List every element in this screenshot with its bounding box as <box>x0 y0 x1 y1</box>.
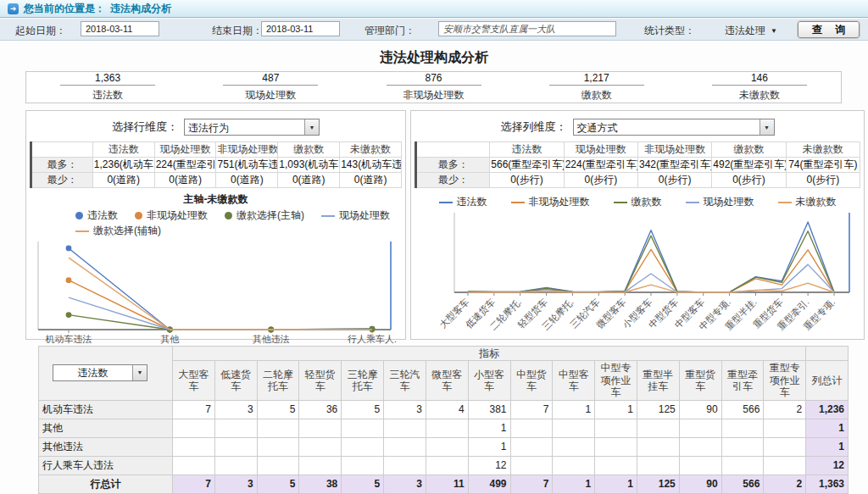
cell <box>214 456 257 475</box>
summary-cell: 1,236(机动车 <box>92 158 154 173</box>
cell <box>426 437 468 456</box>
chevron-down-icon: ▼ <box>304 119 319 135</box>
cell: 12 <box>806 456 849 475</box>
total-cell: 3 <box>384 475 426 493</box>
stat-item: 1,363 违法数 <box>26 72 189 103</box>
end-date-input[interactable] <box>261 21 340 36</box>
crosstab-table: 违法数 ▼ 指标 大型客车低速货车二轮摩托车轻型货车三轮摩托车三轮汽车微型客车小… <box>38 346 849 494</box>
cell <box>257 419 299 437</box>
cell: 2 <box>764 400 806 419</box>
column-header: 重型半挂车 <box>637 361 679 400</box>
group-header: 指标 <box>173 347 806 361</box>
column-header: 大型客车 <box>173 361 215 400</box>
summary-header: 未缴款数 <box>340 142 402 158</box>
cell <box>764 456 806 475</box>
summary-header <box>416 142 490 158</box>
cell: 7 <box>173 400 215 419</box>
cell <box>721 456 764 475</box>
cell: 5 <box>342 400 384 419</box>
query-button[interactable]: 查 询 <box>798 21 860 38</box>
cell: 566 <box>721 400 764 419</box>
chevron-down-icon: ▼ <box>771 27 777 35</box>
summary-cell: 492(重型牵引车) <box>712 158 786 173</box>
legend-item: 现场处理数 <box>686 195 754 209</box>
cell: 125 <box>637 400 679 419</box>
stat-type-label: 统计类型： <box>644 24 695 38</box>
start-date-input[interactable] <box>81 21 159 36</box>
stat-type-value: 违法处理 <box>725 24 765 38</box>
group-header-spacer <box>806 347 849 361</box>
legend-item: 违法数 <box>439 195 487 209</box>
summary-header: 非现场处理数 <box>637 142 711 158</box>
legend-label: 缴款选择(主轴) <box>236 208 304 223</box>
cell <box>214 419 257 437</box>
column-dimension-summary-table: 违法数现场处理数非现场处理数缴款数未缴款数 最多： 566(重型牵引车)224(… <box>415 142 860 188</box>
summary-cell: 0(步行) <box>786 173 860 188</box>
summary-header: 非现场处理数 <box>216 142 278 158</box>
column-header: 微型客车 <box>426 361 468 400</box>
stat-label: 缴款数 <box>581 88 612 103</box>
total-row: 行总计 7353853114997111259056621,363 <box>39 475 849 493</box>
column-header: 中型客车 <box>553 361 595 400</box>
legend-item: 未缴款数 <box>778 195 837 209</box>
column-header: 三轮汽车 <box>384 361 426 400</box>
legend-line-icon <box>778 202 792 203</box>
column-header: 小型客车 <box>468 361 510 400</box>
total-cell: 7 <box>173 475 215 493</box>
svg-text:行人乘车人.: 行人乘车人. <box>347 334 396 344</box>
cell <box>553 419 595 437</box>
column-dimension-select[interactable]: 交通方式 ▼ <box>573 119 775 136</box>
left-chart-title: 主轴-未缴款数 <box>26 192 405 207</box>
summary-cell: 0(道路) <box>92 173 154 188</box>
metric-select[interactable]: 违法数 ▼ <box>53 364 147 381</box>
cell: 3 <box>384 400 426 419</box>
start-date-label: 起始日期： <box>15 24 66 38</box>
legend-line-icon <box>439 202 453 203</box>
row-dimension-summary-table: 违法数现场处理数非现场处理数缴款数未缴款数 最多： 1,236(机动车224(重… <box>30 142 402 188</box>
cell <box>384 437 426 456</box>
row-label: 机动车违法 <box>39 400 173 419</box>
total-cell: 1 <box>553 475 595 493</box>
cell <box>342 419 384 437</box>
stat-type-dropdown[interactable]: 违法处理 ▼ <box>725 24 777 38</box>
breadcrumb: ➜ 您当前的位置是： 违法构成分析 <box>0 0 868 18</box>
cell <box>426 456 468 475</box>
cell <box>384 419 426 437</box>
stat-value: 1,217 <box>549 72 644 86</box>
legend-label: 缴款选择(辅轴) <box>93 224 161 238</box>
cell <box>764 437 806 456</box>
cell: 36 <box>299 400 342 419</box>
summary-cell: 0(道路) <box>154 173 216 188</box>
summary-header: 未缴款数 <box>786 142 860 158</box>
summary-row: 最少： 0(步行)0(步行)0(步行)0(步行)0(步行) <box>416 173 860 188</box>
table-row: 行人乘车人违法 1212 <box>39 456 849 475</box>
cell <box>173 419 215 437</box>
cell <box>553 456 595 475</box>
cell: 90 <box>679 400 721 419</box>
summary-cell: 0(道路) <box>278 173 340 188</box>
row-dimension-select[interactable]: 违法行为 ▼ <box>184 119 320 136</box>
cell: 3 <box>214 400 257 419</box>
summary-header: 违法数 <box>92 142 154 158</box>
row-dimension-panel: 选择行维度： 违法行为 ▼ 违法数现场处理数非现场处理数缴款数未缴款数 最多： … <box>25 110 406 340</box>
summary-cell: 342(重型牵引车) <box>637 158 711 173</box>
summary-header: 缴款数 <box>712 142 786 158</box>
legend-item: 缴款选择(辅轴) <box>75 224 161 238</box>
total-cell: 5 <box>257 475 299 493</box>
summary-row-label: 最多： <box>31 158 93 173</box>
cell: 381 <box>468 400 510 419</box>
legend-item: 违法数 <box>75 208 118 223</box>
table-row: 机动车违法 735365343817111259056621,236 <box>39 400 849 419</box>
summary-header <box>31 142 93 158</box>
svg-text:其他违法: 其他违法 <box>252 334 289 344</box>
chevron-down-icon: ▼ <box>760 119 774 135</box>
stat-value: 487 <box>223 72 318 86</box>
summary-row-label: 最少： <box>416 173 490 188</box>
cell <box>721 437 764 456</box>
dept-input[interactable] <box>438 21 616 36</box>
column-header: 重型牵引车 <box>721 361 764 400</box>
crosstab-section: 违法数 ▼ 指标 大型客车低速货车二轮摩托车轻型货车三轮摩托车三轮汽车微型客车小… <box>38 346 849 494</box>
summary-row-label: 最多： <box>416 158 490 173</box>
summary-cell: 0(步行) <box>712 173 786 188</box>
column-header: 中型货车 <box>510 361 553 400</box>
